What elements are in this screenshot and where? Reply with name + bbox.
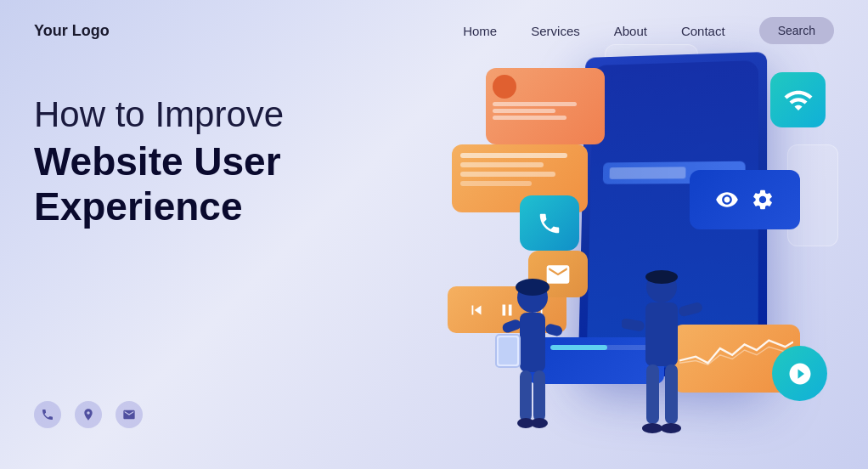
card-eye-settings <box>690 170 800 229</box>
card-phone <box>520 195 579 251</box>
card-wifi <box>770 72 826 127</box>
svg-rect-13 <box>645 302 678 366</box>
content-line-3 <box>460 172 555 177</box>
profile-lines <box>493 102 598 120</box>
svg-rect-6 <box>499 337 517 364</box>
nav: Home Services About Contact Search <box>463 17 834 44</box>
card-teal-circle <box>772 346 827 401</box>
nav-services[interactable]: Services <box>531 24 580 38</box>
hero-content: How to Improve Website User Experience <box>34 93 284 229</box>
phone-icon[interactable] <box>34 401 61 428</box>
svg-rect-3 <box>501 318 522 334</box>
svg-rect-16 <box>646 364 659 424</box>
hero-title-line2: Website User <box>34 139 284 184</box>
svg-point-18 <box>642 423 662 433</box>
header: Your Logo Home Services About Contact Se… <box>0 0 868 61</box>
svg-point-10 <box>531 418 548 428</box>
hero-section: Your Logo Home Services About Contact Se… <box>0 0 868 469</box>
hero-title-line1: How to Improve <box>34 93 284 136</box>
device-search-text <box>610 167 686 178</box>
nav-about[interactable]: About <box>614 24 647 38</box>
svg-rect-8 <box>533 370 545 421</box>
nav-contact[interactable]: Contact <box>681 24 725 38</box>
svg-rect-7 <box>520 370 532 421</box>
figure-female <box>494 274 571 444</box>
card-profile <box>486 68 605 144</box>
profile-line-3 <box>493 116 566 120</box>
content-line-4 <box>460 181 532 186</box>
profile-line-2 <box>493 109 555 113</box>
location-icon[interactable] <box>75 401 102 428</box>
figure-male <box>622 265 702 452</box>
hero-title-line3: Experience <box>34 184 284 229</box>
profile-avatar <box>493 75 516 99</box>
svg-rect-17 <box>665 364 678 424</box>
content-line-1 <box>460 153 567 158</box>
illustration <box>375 0 868 469</box>
search-button[interactable]: Search <box>759 17 834 44</box>
svg-point-1 <box>516 279 550 296</box>
email-icon[interactable] <box>116 401 143 428</box>
contact-icons <box>34 401 143 428</box>
svg-point-19 <box>661 423 681 433</box>
svg-rect-15 <box>622 318 645 332</box>
svg-rect-4 <box>544 323 563 337</box>
profile-line-1 <box>493 102 577 106</box>
profile-inner <box>486 68 605 127</box>
svg-point-12 <box>645 270 678 284</box>
content-line-2 <box>460 162 544 167</box>
svg-rect-14 <box>678 302 702 318</box>
nav-home[interactable]: Home <box>463 24 497 38</box>
logo: Your Logo <box>34 22 110 40</box>
svg-rect-2 <box>520 313 545 372</box>
